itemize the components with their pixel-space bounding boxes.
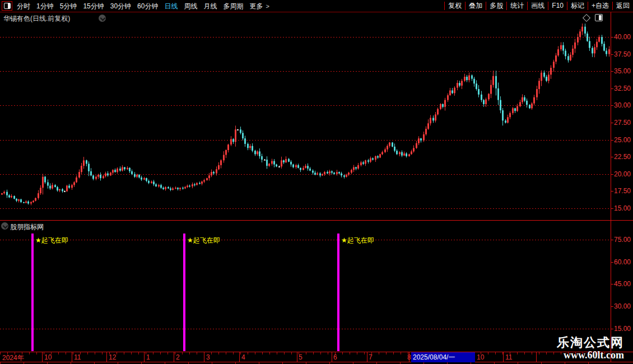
toolbar-button[interactable]: 标记: [567, 2, 588, 10]
app-window: 分时1分钟5分钟15分钟30分钟60分钟日线周线月线多周期更多> 复权叠加多股统…: [0, 0, 633, 364]
month-label: 11: [74, 353, 81, 361]
panel-icon[interactable]: [595, 14, 603, 21]
chart-title: 华锡有色(日线.前复权): [3, 14, 70, 24]
price-axis-label: 32.50: [614, 85, 631, 92]
period-tab[interactable]: 15分钟: [83, 2, 104, 10]
period-tab[interactable]: 更多: [249, 2, 263, 10]
price-axis-label: 30.00: [614, 101, 631, 109]
period-tab[interactable]: 60分钟: [137, 2, 158, 10]
month-label: 1: [146, 353, 150, 361]
period-tab[interactable]: 1分钟: [36, 2, 54, 10]
toolbar-button[interactable]: 画线: [527, 2, 548, 10]
toolbar-button[interactable]: 多股: [486, 2, 506, 10]
diamond-icon[interactable]: [583, 14, 590, 22]
indicator-gridline: [0, 329, 611, 329]
axis-border-vertical: [611, 12, 611, 362]
indicator-axis-tick: [611, 240, 613, 240]
period-tab[interactable]: 5分钟: [60, 2, 77, 10]
month-separator: [42, 352, 43, 362]
indicator-axis-label: 15.00: [614, 325, 631, 333]
month-separator: [239, 352, 240, 362]
month-label: 2: [176, 353, 180, 361]
month-separator: [174, 352, 174, 362]
signal-line: [31, 234, 34, 351]
watermark-url: www.60lt.com: [557, 349, 624, 361]
month-label: 4: [241, 353, 245, 361]
price-axis-label: 35.00: [614, 67, 631, 75]
indicator-gridline: [0, 240, 611, 240]
month-separator: [72, 352, 72, 362]
month-label: 7: [369, 353, 373, 361]
toolbar-right-buttons: 复权叠加多股统计画线F10标记+自选返回: [444, 0, 633, 12]
month-label: 11: [505, 353, 512, 361]
signal-line: [183, 234, 185, 351]
chevron-down-icon[interactable]: [99, 15, 106, 22]
indicator-axis-label: 45.00: [614, 280, 631, 288]
month-label: 5: [299, 353, 302, 361]
indicator-axis-label: 30.00: [614, 302, 631, 310]
price-axis-label: 22.50: [614, 153, 631, 161]
period-tab[interactable]: 分时: [17, 2, 30, 10]
split-view-icon: [4, 3, 11, 9]
month-separator: [367, 352, 367, 362]
period-tabs: 分时1分钟5分钟15分钟30分钟60分钟日线周线月线多周期更多>: [17, 1, 269, 11]
month-label: 10: [477, 353, 484, 361]
indicator-axis-tick: [611, 284, 613, 284]
toolbar-button[interactable]: 复权: [444, 2, 465, 10]
signal-label: ★起飞在即: [341, 236, 374, 245]
toolbar-button[interactable]: 返回: [612, 2, 633, 10]
time-axis-ticks: [0, 352, 611, 354]
period-tab[interactable]: 多周期: [223, 2, 243, 10]
price-axis-label: 27.50: [614, 119, 631, 127]
indicator-axis-label: 60.00: [614, 258, 631, 266]
month-label: 2024年: [2, 353, 24, 363]
layout-button[interactable]: [2, 1, 12, 11]
month-label: 12: [109, 353, 116, 361]
panel-divider[interactable]: [0, 220, 633, 221]
month-separator: [297, 352, 297, 362]
more-arrow-icon: >: [266, 3, 269, 10]
indicator-title: 股朋指标网: [10, 222, 44, 232]
price-axis-label: 17.50: [614, 187, 631, 195]
toolbar-button[interactable]: F10: [548, 2, 567, 10]
toolbar-button[interactable]: 叠加: [465, 2, 486, 10]
month-label: 10: [44, 353, 52, 361]
month-separator: [106, 352, 107, 362]
month-separator: [332, 352, 332, 362]
period-tab[interactable]: 日线: [164, 2, 178, 10]
price-axis-label: 20.00: [614, 170, 631, 178]
period-tab[interactable]: 周线: [184, 2, 197, 10]
toolbar-button[interactable]: 统计: [506, 2, 527, 10]
month-label: 8: [407, 353, 411, 361]
period-tab[interactable]: 30分钟: [110, 2, 131, 10]
period-toolbar: 分时1分钟5分钟15分钟30分钟60分钟日线周线月线多周期更多>: [0, 1, 269, 11]
month-separator: [204, 352, 204, 362]
candlestick-canvas[interactable]: [0, 24, 611, 220]
watermark-title: 乐淘公式网: [557, 336, 624, 349]
indicator-axis-label: 75.00: [614, 236, 631, 244]
price-axis-label: 15.00: [614, 204, 631, 212]
price-axis-label: 37.50: [614, 50, 631, 58]
month-separator: [536, 352, 537, 362]
period-tab[interactable]: 月线: [203, 2, 217, 10]
chevron-down-icon[interactable]: [1, 222, 8, 230]
toolbar-button[interactable]: +自选: [588, 2, 612, 10]
month-label: 6: [333, 353, 337, 361]
price-axis-label: 40.00: [614, 33, 631, 41]
indicator-axis-tick: [611, 306, 613, 307]
price-axis-label: 25.00: [614, 136, 631, 144]
signal-line: [337, 234, 339, 351]
indicator-axis-tick: [611, 329, 613, 329]
selected-date-box: 2025/08/04/一: [411, 352, 475, 362]
month-separator: [144, 352, 145, 362]
month-separator: [503, 352, 504, 362]
signal-label: ★起飞在即: [35, 236, 68, 245]
top-toolbar: 分时1分钟5分钟15分钟30分钟60分钟日线周线月线多周期更多> 复权叠加多股统…: [0, 0, 633, 12]
signal-label: ★起飞在即: [187, 236, 220, 245]
month-label: 3: [206, 353, 210, 361]
indicator-axis-tick: [611, 262, 613, 263]
watermark: 乐淘公式网 www.60lt.com: [557, 336, 624, 361]
